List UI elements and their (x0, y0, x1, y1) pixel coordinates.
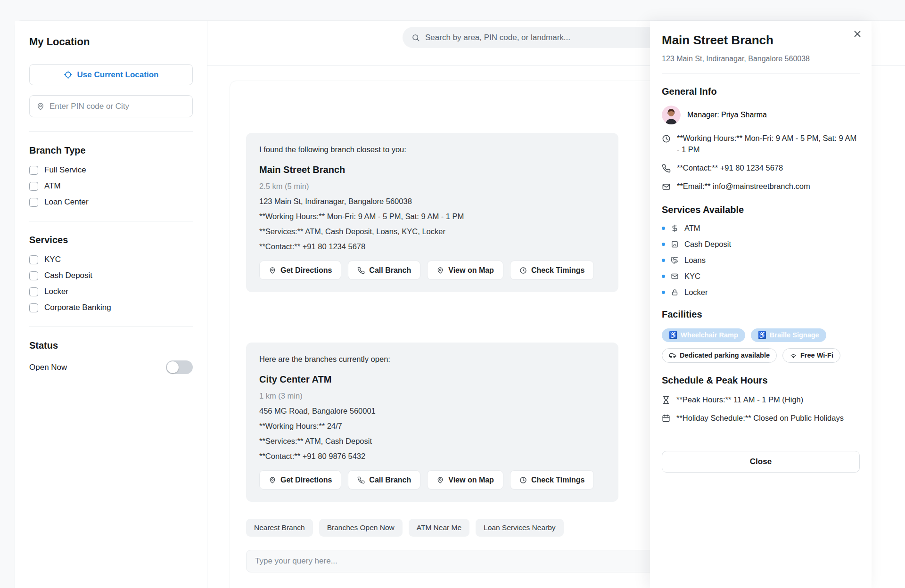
clock-icon (519, 476, 527, 484)
panel-title: Main Street Branch (662, 33, 860, 48)
get-directions-button[interactable]: Get Directions (259, 470, 341, 490)
button-label: Call Branch (369, 476, 411, 484)
call-branch-button[interactable]: Call Branch (348, 470, 420, 490)
button-label: Call Branch (369, 266, 411, 275)
wifi-icon (790, 351, 797, 359)
toggle-knob (167, 361, 179, 373)
chip-loan-services-nearby[interactable]: Loan Services Nearby (476, 519, 564, 537)
service-item-cash-deposit: Cash Deposit (662, 240, 860, 249)
branch-result-card: I found the following branch closest to … (246, 133, 618, 292)
hourglass-icon (662, 396, 670, 406)
checkbox-atm[interactable] (29, 182, 38, 191)
close-button[interactable]: Close (662, 451, 860, 473)
checkbox-label: Corporate Banking (44, 303, 111, 312)
phone-icon (357, 267, 365, 274)
wheelchair-ramp-badge: ♿ Wheelchair Ramp (662, 328, 745, 342)
panel-divider (662, 74, 860, 74)
use-current-location-button[interactable]: Use Current Location (29, 64, 193, 85)
checkbox-full-service[interactable] (29, 166, 38, 175)
status-heading: Status (29, 340, 193, 351)
view-on-map-button[interactable]: View on Map (427, 261, 503, 280)
call-branch-button[interactable]: Call Branch (348, 261, 420, 280)
map-pin-icon (436, 476, 444, 484)
branch-distance: 1 km (3 min) (259, 392, 605, 400)
get-directions-button[interactable]: Get Directions (259, 261, 341, 280)
lock-icon (671, 288, 679, 296)
branch-actions: Get Directions Call Branch View on Map (259, 261, 605, 280)
branch-services: **Services:** ATM, Cash Deposit, Loans, … (259, 227, 605, 236)
result-intro: Here are the branches currently open: (259, 355, 605, 364)
service-item-kyc: KYC (662, 272, 860, 281)
checkbox-label: Loan Center (44, 197, 89, 207)
deposit-machine-icon (671, 240, 679, 248)
badge-label: Free Wi-Fi (800, 351, 833, 359)
service-label: ATM (684, 224, 700, 233)
service-option-kyc: KYC (29, 255, 193, 264)
map-pin-icon (436, 267, 444, 274)
badge-label: Braille Signage (770, 331, 819, 339)
manager-name: Manager: Priya Sharma (687, 111, 767, 119)
checkbox-kyc[interactable] (29, 255, 38, 264)
checkbox-loan-center[interactable] (29, 198, 38, 207)
working-hours-text: **Working Hours:** Mon-Fri: 9 AM - 5 PM,… (677, 133, 860, 155)
service-label: KYC (684, 272, 700, 281)
chip-atm-near-me[interactable]: ATM Near Me (409, 519, 469, 537)
phone-icon (357, 476, 365, 484)
branch-type-option-loan-center: Loan Center (29, 197, 193, 207)
close-icon[interactable] (851, 27, 864, 41)
branch-type-heading: Branch Type (29, 145, 193, 156)
email-row: **Email:** info@mainstreetbranch.com (662, 181, 860, 192)
branch-working-hours: **Working Hours:** Mon-Fri: 9 AM - 5 PM,… (259, 212, 605, 221)
mail-icon (671, 272, 679, 280)
pin-code-input[interactable]: Enter PIN code or City (29, 95, 193, 117)
working-hours-row: **Working Hours:** Mon-Fri: 9 AM - 5 PM,… (662, 133, 860, 155)
service-label: Locker (684, 288, 708, 297)
holiday-schedule-row: **Holiday Schedule:** Closed on Public H… (662, 413, 860, 424)
branch-address: 123 Main St, Indiranagar, Bangalore 5600… (259, 197, 605, 206)
handshake-icon (671, 256, 679, 264)
peak-hours-row: **Peak Hours:** 11 AM - 1 PM (High) (662, 394, 860, 406)
chip-nearest-branch[interactable]: Nearest Branch (246, 519, 313, 537)
sidebar-divider (29, 327, 193, 327)
my-location-heading: My Location (29, 36, 193, 48)
sidebar-divider (29, 131, 193, 132)
dollar-icon (671, 224, 679, 232)
map-pin-icon (36, 102, 45, 111)
facilities-heading: Facilities (662, 309, 860, 320)
braille-signage-badge: ♿ Braille Signage (751, 328, 826, 342)
facility-badges-accessibility: ♿ Wheelchair Ramp ♿ Braille Signage (662, 328, 860, 342)
open-now-label: Open Now (29, 363, 67, 372)
branch-result-card: Here are the branches currently open: Ci… (246, 343, 618, 502)
branch-distance: 2.5 km (5 min) (259, 182, 605, 191)
check-timings-button[interactable]: Check Timings (510, 261, 594, 280)
search-placeholder: Search by area, PIN code, or landmark... (425, 33, 570, 42)
sidebar-divider (29, 221, 193, 221)
general-info-heading: General Info (662, 86, 860, 97)
checkbox-cash-deposit[interactable] (29, 271, 38, 280)
contact-text: **Contact:** +91 80 1234 5678 (677, 163, 783, 174)
branch-locator-app: My Location Use Current Location Enter P… (0, 0, 905, 588)
search-icon (411, 33, 420, 42)
open-now-toggle[interactable] (166, 360, 193, 374)
panel-address: 123 Main St, Indiranagar, Bangalore 5600… (662, 55, 860, 63)
checkbox-label: Cash Deposit (44, 271, 92, 280)
checkbox-corporate-banking[interactable] (29, 303, 38, 312)
service-option-locker: Locker (29, 287, 193, 296)
manager-row: Manager: Priya Sharma (662, 106, 860, 124)
chip-branches-open-now[interactable]: Branches Open Now (319, 519, 403, 537)
wheelchair-icon: ♿ (669, 331, 677, 339)
map-pin-icon (269, 476, 276, 484)
check-timings-button[interactable]: Check Timings (510, 470, 594, 490)
view-on-map-button[interactable]: View on Map (427, 470, 503, 490)
pin-code-placeholder: Enter PIN code or City (49, 102, 129, 111)
manager-avatar (662, 106, 681, 124)
checkbox-locker[interactable] (29, 287, 38, 296)
service-option-cash-deposit: Cash Deposit (29, 271, 193, 280)
email-text: **Email:** info@mainstreetbranch.com (677, 181, 810, 192)
peak-hours-text: **Peak Hours:** 11 AM - 1 PM (High) (676, 394, 803, 406)
app-window: My Location Use Current Location Enter P… (15, 20, 905, 588)
map-pin-icon (269, 267, 276, 274)
checkbox-label: ATM (44, 181, 61, 191)
branch-type-option-atm: ATM (29, 181, 193, 191)
clock-icon (519, 267, 527, 274)
